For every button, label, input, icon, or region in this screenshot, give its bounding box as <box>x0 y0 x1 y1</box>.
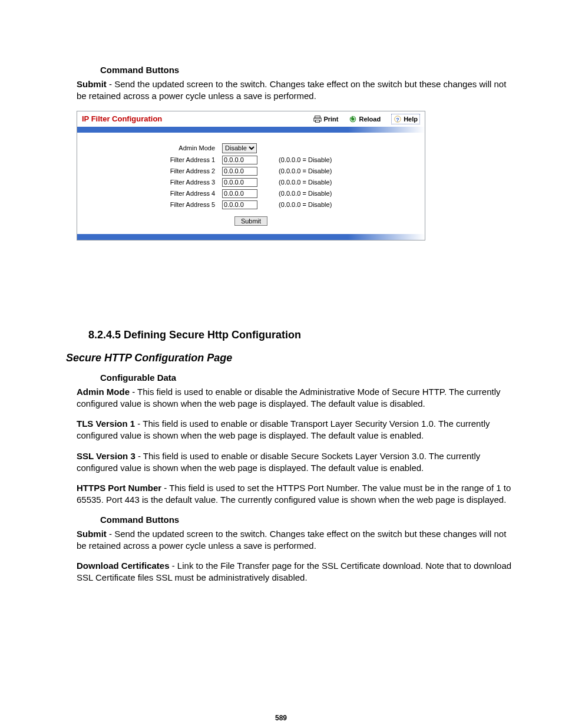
filter-input-2[interactable] <box>222 167 257 176</box>
submit-description-bottom: Submit - Send the updated screen to the … <box>77 528 515 552</box>
help-icon: ? <box>394 115 402 123</box>
admin-mode-select[interactable]: Disable <box>222 143 257 153</box>
blue-bar-bottom <box>77 234 425 240</box>
command-buttons-heading-bottom: Command Buttons <box>100 515 515 525</box>
para-ssl3: SSL Version 3 - This field is used to en… <box>77 450 515 475</box>
para-https-port: HTTPS Port Number - This field is used t… <box>77 482 515 506</box>
filter-row-3: Filter Address 3 (0.0.0.0 = Disable) <box>167 177 336 188</box>
svg-rect-2 <box>316 120 320 122</box>
filter-label-5: Filter Address 5 <box>167 199 219 210</box>
filter-input-5[interactable] <box>222 200 257 209</box>
command-buttons-heading-top: Command Buttons <box>100 65 515 75</box>
para-admin-mode: Admin Mode - This field is used to enabl… <box>77 386 515 410</box>
filter-input-1[interactable] <box>222 156 257 164</box>
filter-hint-3: (0.0.0.0 = Disable) <box>261 177 335 188</box>
term-dlcert: Download Certificates <box>77 561 170 571</box>
submit-description-top: Submit - Send the updated screen to the … <box>77 78 515 103</box>
reload-icon <box>349 115 357 123</box>
term-tls1: TLS Version 1 <box>77 419 135 429</box>
para-tls1: TLS Version 1 - This field is used to en… <box>77 418 515 442</box>
panel-title: IP Filter Configuration <box>82 114 313 123</box>
reload-label: Reload <box>359 116 381 123</box>
filter-label-3: Filter Address 3 <box>167 177 219 188</box>
help-action[interactable]: ? Help <box>391 114 420 124</box>
download-certificates-description: Download Certificates - Link to the File… <box>77 560 515 584</box>
text-admin-mode: - This field is used to enable or disabl… <box>77 387 500 409</box>
term-admin-mode: Admin Mode <box>77 387 130 397</box>
help-label: Help <box>404 116 418 123</box>
filter-label-1: Filter Address 1 <box>167 154 219 166</box>
filter-row-2: Filter Address 2 (0.0.0.0 = Disable) <box>167 166 336 177</box>
blue-bar-top <box>77 127 425 133</box>
filter-row-5: Filter Address 5 (0.0.0.0 = Disable) <box>167 199 336 210</box>
printer-icon <box>313 115 322 123</box>
configurable-data-heading: Configurable Data <box>100 373 515 383</box>
ip-filter-config-panel: IP Filter Configuration Print Reload <box>77 111 425 241</box>
submit-button[interactable]: Submit <box>234 216 267 226</box>
term-ssl3: SSL Version 3 <box>77 451 135 461</box>
filter-row-4: Filter Address 4 (0.0.0.0 = Disable) <box>167 188 336 199</box>
term-submit-bottom: Submit <box>77 529 107 539</box>
form-rows: Admin Mode Disable Filter Address 1 (0.0… <box>167 142 336 210</box>
term-https-port: HTTPS Port Number <box>77 483 161 493</box>
panel-header: IP Filter Configuration Print Reload <box>77 111 425 127</box>
panel-body: Admin Mode Disable Filter Address 1 (0.0… <box>77 133 425 234</box>
text-submit-top: - Send the updated screen to the switch.… <box>77 79 506 101</box>
svg-text:?: ? <box>396 116 399 122</box>
panel-actions: Print Reload ? Help <box>313 114 420 124</box>
admin-mode-hint <box>261 142 335 154</box>
text-ssl3: - This field is used to enable or disabl… <box>77 451 480 473</box>
section-heading: 8.2.4.5 Defining Secure Http Configurati… <box>88 329 515 341</box>
print-action[interactable]: Print <box>313 115 338 123</box>
filter-hint-5: (0.0.0.0 = Disable) <box>261 199 335 210</box>
term-submit-top: Submit <box>77 79 107 89</box>
filter-hint-4: (0.0.0.0 = Disable) <box>261 188 335 199</box>
filter-hint-1: (0.0.0.0 = Disable) <box>261 154 335 166</box>
filter-row-1: Filter Address 1 (0.0.0.0 = Disable) <box>167 154 336 166</box>
svg-rect-0 <box>315 116 320 118</box>
filter-label-4: Filter Address 4 <box>167 188 219 199</box>
reload-action[interactable]: Reload <box>349 115 381 123</box>
admin-mode-label: Admin Mode <box>167 142 219 154</box>
filter-input-3[interactable] <box>222 178 257 187</box>
text-submit-bottom: - Send the updated screen to the switch.… <box>77 529 506 551</box>
filter-label-2: Filter Address 2 <box>167 166 219 177</box>
print-label: Print <box>323 116 338 123</box>
page-number: 589 <box>47 714 515 722</box>
filter-input-4[interactable] <box>222 189 257 198</box>
admin-mode-row: Admin Mode Disable <box>167 142 336 154</box>
text-tls1: - This field is used to enable or disabl… <box>77 419 490 440</box>
section-subheading: Secure HTTP Configuration Page <box>66 352 515 364</box>
filter-hint-2: (0.0.0.0 = Disable) <box>261 166 335 177</box>
